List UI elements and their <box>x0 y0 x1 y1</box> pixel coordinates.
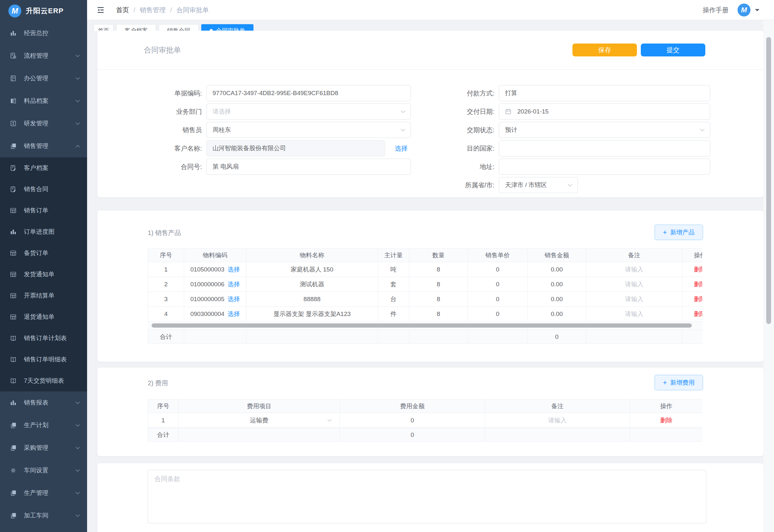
amount-cell: 0.00 <box>528 292 586 307</box>
sidebar-item[interactable]: 7天交货明细表 <box>0 370 87 391</box>
field-input[interactable] <box>206 122 411 138</box>
field-input[interactable] <box>206 140 385 156</box>
form-field-row: 合同号: <box>148 159 411 175</box>
sidebar-item[interactable]: 开票结算单 <box>0 285 87 306</box>
sidebar-item[interactable]: 备货订单 <box>0 242 87 264</box>
choose-link[interactable]: 选择 <box>395 144 408 153</box>
sidebar-collapse-icon[interactable] <box>96 5 105 15</box>
sidebar-item[interactable]: 客户档案 <box>0 157 87 179</box>
select-material-link[interactable]: 选择 <box>228 310 240 317</box>
add-product-button[interactable]: + 新增产品 <box>655 225 703 240</box>
quantity-cell[interactable]: 8 <box>409 307 468 321</box>
delete-row-link[interactable]: 删除 <box>694 310 703 317</box>
sidebar-item[interactable]: 经营总控 <box>0 22 87 44</box>
page-tab[interactable]: 合同审批单 <box>201 24 253 31</box>
sidebar: M 升阳云ERP 经营总控 流程管理 办公管理 <box>0 0 87 532</box>
sidebar-item[interactable]: 订单进度图 <box>0 221 87 242</box>
sidebar-item-label: 流程管理 <box>24 52 48 60</box>
breadcrumb-sales[interactable]: 销售管理 <box>140 6 166 15</box>
page-tab[interactable]: 首页 <box>94 24 114 31</box>
page-tab[interactable]: 客户档案 <box>116 24 156 31</box>
products-table: 序号物料编码物料名称主计量数量销售单价销售金额备注操作 1 0105000003… <box>148 248 702 321</box>
field-input[interactable] <box>499 177 578 193</box>
sidebar-item[interactable]: 销售订单计划表 <box>0 328 87 349</box>
quantity-cell[interactable]: 8 <box>409 292 468 307</box>
user-menu-caret-icon[interactable] <box>755 9 759 14</box>
sidebar-item[interactable]: 生产管理 <box>0 482 87 504</box>
sidebar-item[interactable]: 加工车间 <box>0 504 87 527</box>
products-column-header: 数量 <box>409 249 468 262</box>
sidebar-item[interactable]: 料品档案 <box>0 90 87 112</box>
sidebar-item[interactable]: 退货通知单 <box>0 306 87 328</box>
sidebar-item-label: 开票结算单 <box>24 291 55 300</box>
amount-cell: 0.00 <box>528 307 586 321</box>
sidebar-item[interactable]: 车间设置 <box>0 459 87 482</box>
remark-cell <box>586 292 682 307</box>
select-material-link[interactable]: 选择 <box>228 266 240 273</box>
remark-input[interactable] <box>591 278 677 291</box>
sidebar-item[interactable]: 生产计划 <box>0 414 87 437</box>
sidebar-item[interactable]: 采购管理 <box>0 437 87 459</box>
delete-row-link[interactable]: 删除 <box>694 281 703 288</box>
quantity-cell[interactable]: 8 <box>409 262 468 277</box>
sidebar-item[interactable]: 发货通知单 <box>0 264 87 285</box>
sidebar-item[interactable]: 销售报表 <box>0 391 87 414</box>
field-input[interactable] <box>206 159 411 175</box>
page-tab[interactable]: 销售合同 <box>159 24 199 31</box>
chevron-down-icon <box>75 447 80 449</box>
sidebar-item-icon <box>10 292 17 299</box>
sidebar-item[interactable]: 办公管理 <box>0 67 87 90</box>
avatar[interactable]: M <box>738 4 750 16</box>
sidebar-item[interactable]: 销售管理 <box>0 135 87 157</box>
quantity-cell[interactable]: 8 <box>409 277 468 292</box>
sidebar-item[interactable]: 销售订单明细表 <box>0 349 87 370</box>
add-fee-button[interactable]: + 新增费用 <box>655 375 703 390</box>
remark-input[interactable] <box>591 308 677 320</box>
submit-button[interactable]: 提交 <box>641 44 705 56</box>
product-row: 4 0903000004选择 显示器支架 显示器支架A123 件 8 0 0.0… <box>148 307 703 321</box>
horizontal-scrollbar-thumb[interactable] <box>152 323 692 328</box>
field-input[interactable] <box>499 159 710 175</box>
sidebar-item[interactable]: 销售订单 <box>0 200 87 221</box>
select-material-link[interactable]: 选择 <box>228 281 240 288</box>
select-material-link[interactable]: 选择 <box>228 296 240 302</box>
delete-row-link[interactable]: 删除 <box>694 266 703 273</box>
field-input[interactable] <box>499 122 710 138</box>
field-input[interactable] <box>206 85 411 101</box>
remark-input[interactable] <box>591 293 677 306</box>
field-input[interactable] <box>499 140 710 156</box>
sidebar-item[interactable]: 研发管理 <box>0 112 87 135</box>
delete-row-link[interactable]: 删除 <box>694 296 703 302</box>
save-button[interactable]: 保存 <box>572 44 637 56</box>
sidebar-item-label: 发货通知单 <box>24 270 55 279</box>
remark-input[interactable] <box>591 263 677 276</box>
unit-price-cell[interactable]: 0 <box>468 307 528 321</box>
breadcrumb-current: 合同审批单 <box>176 6 209 15</box>
unit-cell: 件 <box>378 307 409 321</box>
manual-link[interactable]: 操作手册 <box>703 6 729 15</box>
unit-price-cell[interactable]: 0 <box>468 292 528 307</box>
fees-column-header: 费用金额 <box>340 399 485 413</box>
field-input[interactable] <box>206 103 411 120</box>
row-index: 2 <box>148 277 184 292</box>
delete-row-link[interactable]: 删除 <box>660 417 672 424</box>
sidebar-item[interactable]: 流程管理 <box>0 44 87 67</box>
fee-amount-cell[interactable]: 0 <box>340 413 485 428</box>
field-input[interactable] <box>499 103 710 120</box>
open-tabs-strip: 首页 客户档案 销售合同 合同审批单 <box>94 24 253 31</box>
sidebar-item-label: 生产管理 <box>24 489 48 497</box>
sidebar-item[interactable]: 销售合同 <box>0 179 87 200</box>
unit-price-cell[interactable]: 0 <box>468 262 528 277</box>
vertical-scrollbar-thumb[interactable] <box>766 37 771 324</box>
fees-table: 序号费用项目费用金额备注操作 1 运输费 0 <box>148 399 702 428</box>
form-field-row: 客户名称: 选择 <box>148 140 411 156</box>
field-input[interactable] <box>499 85 710 101</box>
fee-item-select[interactable]: 运输费 <box>179 413 340 428</box>
breadcrumb-home[interactable]: 首页 <box>116 6 129 15</box>
contract-terms-textarea[interactable] <box>148 470 706 523</box>
field-label: 合同号: <box>148 163 202 171</box>
fees-column-header: 操作 <box>630 399 703 413</box>
unit-price-cell[interactable]: 0 <box>468 277 528 292</box>
chevron-down-icon <box>568 184 572 187</box>
remark-input[interactable] <box>492 414 622 427</box>
